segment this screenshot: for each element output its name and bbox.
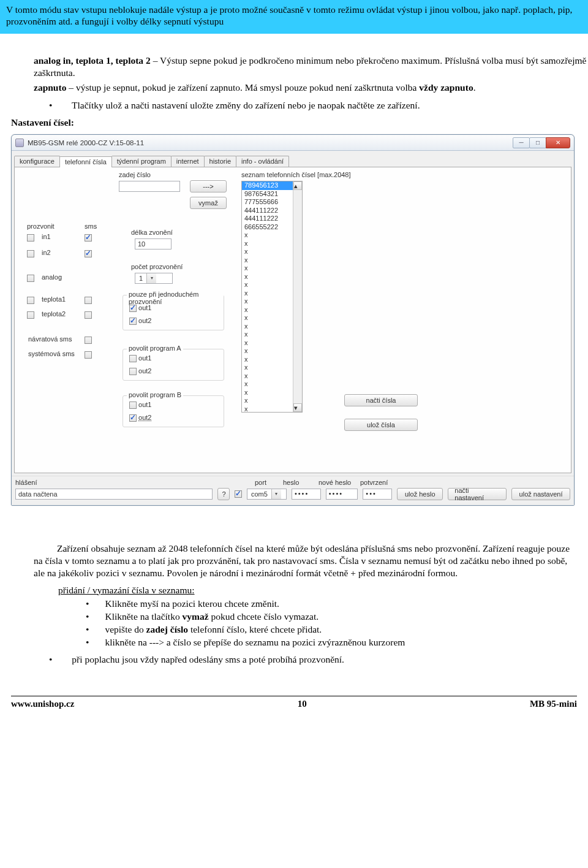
cb-prozvonit-in2[interactable] bbox=[27, 250, 34, 257]
lbl-out2: out2 bbox=[138, 414, 151, 421]
app-window: MB95-GSM relé 2000-CZ V:15-08-11 ─ □ ✕ k… bbox=[11, 134, 575, 506]
pocet-combo[interactable]: 1 bbox=[135, 273, 173, 284]
app-icon bbox=[15, 139, 24, 147]
tab-konfigurace[interactable]: konfigurace bbox=[14, 156, 60, 167]
load-settings-button[interactable]: načti nastavení bbox=[448, 488, 507, 500]
delete-number-button[interactable]: vymaž bbox=[190, 197, 227, 209]
pocet-value: 1 bbox=[139, 275, 143, 282]
group-program-b-title: povolit program B bbox=[127, 391, 183, 398]
cb-sms-in1[interactable] bbox=[85, 234, 92, 242]
cb-pa-out2[interactable] bbox=[129, 368, 137, 375]
text: Zařízení obsahuje seznam až 2048 telefon… bbox=[34, 543, 570, 578]
seznam-label: seznam telefonních čísel [max.2048] bbox=[241, 171, 351, 178]
save-settings-button[interactable]: ulož nastavení bbox=[511, 488, 570, 500]
cb-single-out1[interactable] bbox=[129, 305, 137, 312]
heslo-field[interactable]: •••• bbox=[292, 489, 321, 500]
page-footer: www.unishop.cz 10 MB 95-mini bbox=[11, 696, 577, 709]
lbl-out2: out2 bbox=[138, 367, 151, 375]
cb-prozvonit-in1[interactable] bbox=[27, 234, 34, 242]
row-in2: in2 bbox=[42, 249, 51, 256]
cb-teplota2-r[interactable] bbox=[85, 311, 92, 319]
info-box-text: V tomto módu stav vstupu neblokuje nadál… bbox=[6, 4, 572, 26]
cb-analog[interactable] bbox=[27, 275, 34, 282]
section-heading: Nastavení čísel: bbox=[11, 117, 588, 128]
term: analog in, teplota 1, teplota 2 bbox=[34, 55, 151, 66]
cb-navratova[interactable] bbox=[85, 337, 92, 344]
cb-port-enable[interactable] bbox=[235, 490, 241, 498]
row-in1: in1 bbox=[42, 233, 51, 240]
window-title: MB95-GSM relé 2000-CZ V:15-08-11 bbox=[28, 139, 513, 147]
tab-tydenni-program[interactable]: týdenní program bbox=[111, 156, 172, 167]
info-box: V tomto módu stav vstupu neblokuje nadál… bbox=[0, 0, 588, 34]
cb-pa-out1[interactable] bbox=[129, 355, 137, 362]
lbl-out1: out1 bbox=[138, 354, 151, 362]
cb-teplota1-l[interactable] bbox=[27, 297, 34, 304]
cb-pb-out1[interactable] bbox=[129, 402, 137, 409]
footer-left: www.unishop.cz bbox=[11, 699, 74, 709]
tab-strip: konfigurace telefonní čísla týdenní prog… bbox=[14, 154, 574, 167]
titlebar: MB95-GSM relé 2000-CZ V:15-08-11 ─ □ ✕ bbox=[12, 135, 574, 151]
zadej-cislo-input[interactable] bbox=[119, 181, 180, 192]
save-numbers-button[interactable]: ulož čísla bbox=[344, 419, 418, 431]
port-value: com5 bbox=[251, 490, 268, 498]
sub-bullet: vepište do zadej číslo telefonní číslo, … bbox=[86, 624, 588, 635]
nove-heslo-label: nové heslo bbox=[318, 479, 355, 486]
group-program-a-title: povolit program A bbox=[127, 345, 183, 352]
bullet-text: při poplachu jsou vždy napřed odeslány s… bbox=[72, 654, 344, 664]
number-listbox[interactable]: 7894561239876543217775556664441112224441… bbox=[241, 181, 303, 413]
minimize-button[interactable]: ─ bbox=[513, 137, 530, 148]
text: – výstup je sepnut, pokud je zařízení za… bbox=[66, 82, 419, 93]
group-single-ring-title: pouze při jednoduchém prozvonění bbox=[127, 291, 224, 305]
bottom-bar: hlášení port heslo nové heslo potvrzení … bbox=[12, 476, 574, 505]
group-program-b: povolit program B out1 out2 bbox=[123, 395, 224, 427]
sub-bullet: klikněte na ---> a číslo se přepíše do s… bbox=[86, 637, 588, 648]
port-combo[interactable]: com5 bbox=[247, 489, 287, 500]
row-systemova: systémová sms bbox=[28, 350, 75, 357]
maximize-button[interactable]: □ bbox=[529, 137, 546, 148]
port-label: port bbox=[255, 479, 278, 486]
save-password-button[interactable]: ulož heslo bbox=[397, 488, 443, 500]
tab-info-ovladani[interactable]: info - ovládání bbox=[236, 156, 289, 167]
cb-teplota1-r[interactable] bbox=[85, 297, 92, 304]
load-numbers-button[interactable]: načti čísla bbox=[344, 394, 418, 406]
lbl-out2: out2 bbox=[138, 317, 151, 324]
bullet: Tlačítky ulož a načti nastavení uložte z… bbox=[49, 100, 588, 111]
hlaseni-label: hlášení bbox=[15, 479, 34, 486]
list-scrollbar[interactable]: ▴ ▾ bbox=[293, 181, 302, 412]
tab-internet[interactable]: internet bbox=[171, 156, 205, 167]
hlaseni-field[interactable] bbox=[15, 489, 213, 500]
term: vždy zapnuto bbox=[419, 82, 473, 93]
paragraph: Zařízení obsahuje seznam až 2048 telefon… bbox=[34, 542, 577, 579]
tab-panel: zadej číslo ---> vymaž seznam telefonníc… bbox=[14, 167, 571, 473]
row-teplota1: teplota1 bbox=[42, 295, 66, 303]
help-button[interactable]: ? bbox=[217, 488, 230, 500]
cb-pb-out2[interactable] bbox=[129, 414, 137, 422]
text: . bbox=[473, 82, 476, 93]
row-teplota2: teplota2 bbox=[42, 310, 66, 318]
row-navratova: návratová sms bbox=[28, 335, 72, 343]
col-prozvonit: prozvonit bbox=[27, 223, 55, 230]
scroll-down-button[interactable]: ▾ bbox=[293, 403, 302, 412]
add-number-button[interactable]: ---> bbox=[190, 180, 227, 192]
delka-label: délka zvonění bbox=[131, 229, 173, 236]
heslo-label: heslo bbox=[283, 479, 314, 486]
tab-historie[interactable]: historie bbox=[204, 156, 236, 167]
sub-bullets: Klikněte myší na pozici kterou chcete zm… bbox=[86, 598, 588, 648]
sub-bullet: Klikněte na tlačítko vymaž pokud chcete … bbox=[86, 611, 588, 622]
cb-teplota2-l[interactable] bbox=[27, 311, 34, 319]
pocet-label: počet prozvonění bbox=[131, 263, 183, 270]
scroll-up-button[interactable]: ▴ bbox=[293, 181, 302, 190]
close-button[interactable]: ✕ bbox=[546, 137, 570, 148]
cb-systemova[interactable] bbox=[85, 351, 92, 359]
nove-heslo-field[interactable]: •••• bbox=[326, 489, 358, 500]
delka-input[interactable] bbox=[135, 238, 172, 249]
footer-page: 10 bbox=[298, 699, 307, 709]
potvrzeni-field[interactable]: ••• bbox=[363, 489, 392, 500]
cb-single-out2[interactable] bbox=[129, 318, 137, 325]
sub-heading: přidání / vymazání čísla v seznamu: bbox=[58, 585, 588, 596]
footer-right: MB 95-mini bbox=[530, 699, 577, 709]
tab-telefonni-cisla[interactable]: telefonní čísla bbox=[59, 156, 112, 167]
cb-sms-in2[interactable] bbox=[85, 250, 92, 257]
paragraph: zapnuto – výstup je sepnut, pokud je zař… bbox=[34, 82, 588, 94]
lbl-out1: out1 bbox=[138, 401, 151, 408]
